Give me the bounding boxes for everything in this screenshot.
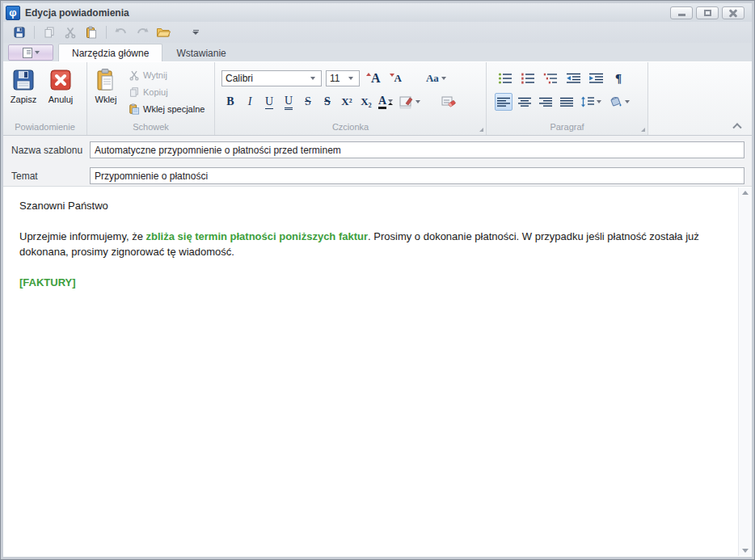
subject-input[interactable] <box>90 167 744 184</box>
cut-icon <box>64 26 77 39</box>
cut-button[interactable]: Wytnij <box>126 67 207 82</box>
chevron-down-icon <box>441 77 446 80</box>
strikethrough-button[interactable]: S <box>299 93 317 111</box>
font-dialog-launcher[interactable] <box>479 128 483 132</box>
multilevel-list-button[interactable] <box>542 69 559 87</box>
paste-button[interactable]: Wklej <box>89 65 123 116</box>
copy-label: Kopiuj <box>143 87 168 97</box>
message-body-editor[interactable]: Szanowni Państwo Uprzejmie informujemy, … <box>3 187 752 557</box>
subscript-button[interactable]: X₂ <box>357 93 375 111</box>
invoices-tag-text: [FAKTURY] <box>19 276 76 288</box>
italic-button[interactable]: I <box>241 93 259 111</box>
chevron-down-icon <box>345 72 356 85</box>
save-notification-button[interactable]: Zapisz <box>5 65 42 104</box>
ribbon-tab-row: Narzędzia główne Wstawianie <box>3 43 752 61</box>
bold-glyph: B <box>226 95 234 108</box>
minimize-icon <box>678 14 685 16</box>
text-highlight-button[interactable] <box>396 93 424 111</box>
tab-wstawianie[interactable]: Wstawianie <box>162 44 239 61</box>
shading-button[interactable] <box>606 93 632 111</box>
font-size-select[interactable]: 11 <box>326 70 360 86</box>
maximize-button[interactable] <box>696 6 719 19</box>
customize-quick-access-button[interactable] <box>186 23 205 41</box>
underline-button[interactable]: U <box>260 93 278 111</box>
double-underline-glyph: U <box>285 95 293 110</box>
underline-glyph: U <box>265 95 273 109</box>
increase-indent-button[interactable] <box>587 69 605 87</box>
strikethrough-glyph: S <box>305 95 311 108</box>
chevron-down-icon <box>625 100 630 103</box>
cut-icon <box>129 69 140 81</box>
decrease-indent-icon <box>566 73 581 84</box>
template-name-label: Nazwa szablonu <box>11 145 90 156</box>
chevron-down-icon <box>415 100 420 103</box>
align-right-button[interactable] <box>537 93 555 111</box>
numbered-list-button[interactable] <box>519 69 537 87</box>
show-formatting-marks-button[interactable]: ¶ <box>609 69 627 87</box>
quick-cut-button[interactable] <box>61 23 80 41</box>
editor-vertical-scrollbar[interactable] <box>738 187 752 556</box>
chevron-down-icon <box>307 72 318 85</box>
shrink-font-button[interactable]: A <box>387 72 404 85</box>
quick-save-button[interactable] <box>10 23 29 41</box>
message-body-content[interactable]: Szanowni Państwo Uprzejmie informujemy, … <box>3 187 752 290</box>
bullet-list-icon <box>498 73 512 84</box>
window-title: Edycja powiadomienia <box>25 7 129 19</box>
copy-icon <box>129 86 140 98</box>
template-form: Nazwa szablonu Temat <box>3 136 752 187</box>
bold-button[interactable]: B <box>221 93 239 111</box>
tab-narzedzia-glowne[interactable]: Narzędzia główne <box>58 44 162 61</box>
chevron-down-icon <box>35 51 40 54</box>
cut-label: Wytnij <box>143 70 167 80</box>
highlighter-icon <box>399 95 414 109</box>
font-color-button[interactable]: A <box>377 93 394 111</box>
double-underline-button[interactable]: U <box>280 93 297 111</box>
minimize-button[interactable] <box>670 6 693 19</box>
justify-button[interactable] <box>558 93 576 111</box>
paste-special-button[interactable]: Wklej specjalne <box>126 101 207 116</box>
paste-special-icon <box>129 103 140 115</box>
font-name-select[interactable]: Calibri <box>221 70 322 86</box>
clear-formatting-button[interactable] <box>440 93 458 111</box>
group-powiadomienie: Zapisz Anuluj Powiadomienie <box>3 62 87 135</box>
document-menu-icon <box>23 48 32 58</box>
quick-open-button[interactable] <box>154 23 173 41</box>
double-strikethrough-button[interactable]: S <box>318 93 336 111</box>
titlebar[interactable]: φ Edycja powiadomienia <box>3 3 752 22</box>
line-spacing-button[interactable] <box>579 93 603 111</box>
quick-undo-button[interactable] <box>112 23 131 41</box>
paste-icon <box>94 68 118 92</box>
collapse-ribbon-chevron[interactable] <box>732 123 741 132</box>
decrease-indent-button[interactable] <box>564 69 582 87</box>
quick-redo-button[interactable] <box>133 23 152 41</box>
copy-button[interactable]: Kopiuj <box>126 84 207 99</box>
paste-icon <box>85 26 98 39</box>
subject-label: Temat <box>11 171 90 182</box>
chevron-down-icon <box>597 100 601 103</box>
body-text-before: Uprzejmie informujemy, że <box>19 230 146 242</box>
application-menu-button[interactable] <box>8 44 53 61</box>
superscript-button[interactable]: X² <box>338 93 356 111</box>
change-case-button[interactable]: Aa <box>426 72 446 85</box>
multilevel-list-icon <box>543 73 558 84</box>
align-center-button[interactable] <box>516 93 534 111</box>
scroll-down-arrow-icon[interactable] <box>742 549 749 553</box>
shrink-font-glyph: A <box>394 72 402 85</box>
italic-glyph: I <box>248 95 252 108</box>
superscript-glyph: X² <box>341 95 352 108</box>
paragraph-dialog-launcher[interactable] <box>641 128 645 132</box>
quick-paste-button[interactable] <box>82 23 101 41</box>
align-left-button[interactable] <box>495 93 512 111</box>
group-paragraf: ¶ <box>487 62 648 135</box>
justify-icon <box>560 97 574 107</box>
group-czcionka: Calibri 11 A A Aa <box>215 62 487 135</box>
scroll-up-arrow-icon[interactable] <box>742 191 749 195</box>
cancel-button[interactable]: Anuluj <box>42 65 79 104</box>
close-button[interactable] <box>722 6 744 19</box>
quick-copy-button[interactable] <box>40 23 59 41</box>
double-strikethrough-glyph: S <box>324 95 331 108</box>
grow-font-button[interactable]: A <box>364 71 383 86</box>
bullet-list-button[interactable] <box>496 69 514 87</box>
template-name-input[interactable] <box>90 141 744 158</box>
align-left-icon <box>497 97 511 107</box>
